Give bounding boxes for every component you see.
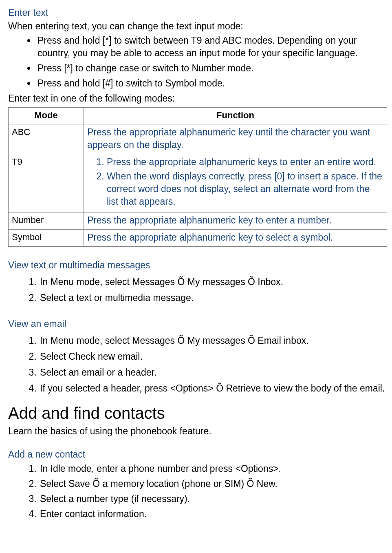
contacts-intro: Learn the basics of using the phonebook … [8,425,387,438]
table-row: Symbol Press the appropriate alphanumeri… [9,230,387,247]
heading-enter-text: Enter text [8,7,387,19]
table-header-function: Function [84,108,387,124]
table-row: T9 Press the appropriate alphanumeric ke… [9,154,387,212]
mode-cell: ABC [9,124,84,154]
list-item: If you selected a header, press <Options… [39,382,387,395]
view-messages-steps: In Menu mode, select Messages Õ My messa… [8,276,387,304]
func-cell: Press the appropriate alphanumeric keys … [84,154,387,212]
mode-cell: Symbol [9,230,84,247]
func-cell: Press the appropriate alphanumeric key t… [84,230,387,247]
func-cell: Press the appropriate alphanumeric key t… [84,212,387,230]
list-item: In Menu mode, select Messages Õ My messa… [39,276,387,288]
list-item: Select a number type (if necessary). [39,493,387,505]
enter-text-post: Enter text in one of the following modes… [8,92,387,105]
enter-text-intro: When entering text, you can change the t… [8,20,387,33]
mode-cell: Number [9,212,84,230]
heading-view-messages: View text or multimedia messages [8,259,387,272]
table-row: Number Press the appropriate alphanumeri… [9,212,387,230]
list-item: Press the appropriate alphanumeric keys … [107,156,383,168]
list-item: Press [*] to change case or switch to Nu… [36,62,387,75]
add-contact-steps: In Idle mode, enter a phone number and p… [8,462,387,520]
mode-cell: T9 [9,154,84,212]
list-item: When the word displays correctly, press … [107,170,383,208]
heading-add-contact: Add a new contact [8,448,387,461]
list-item: Select Check new email. [39,350,387,363]
list-item: In Menu mode, select Messages Õ My messa… [39,334,387,347]
list-item: In Idle mode, enter a phone number and p… [39,462,387,475]
table-row: ABC Press the appropriate alphanumeric k… [9,124,387,154]
view-email-steps: In Menu mode, select Messages Õ My messa… [8,334,387,395]
list-item: Press and hold [#] to switch to Symbol m… [36,77,387,90]
heading-contacts: Add and find contacts [8,402,387,424]
list-item: Select a text or multimedia message. [39,292,387,304]
list-item: Select an email or a header. [39,366,387,379]
list-item: Select Save Õ a memory location (phone o… [39,478,387,490]
list-item: Enter contact information. [39,508,387,520]
modes-table: Mode Function ABC Press the appropriate … [8,107,387,247]
list-item: Press and hold [*] to switch between T9 … [36,34,387,60]
heading-view-email: View an email [8,318,387,330]
table-header-mode: Mode [9,108,84,124]
enter-text-bullets: Press and hold [*] to switch between T9 … [8,34,387,90]
func-cell: Press the appropriate alphanumeric key u… [84,124,387,154]
